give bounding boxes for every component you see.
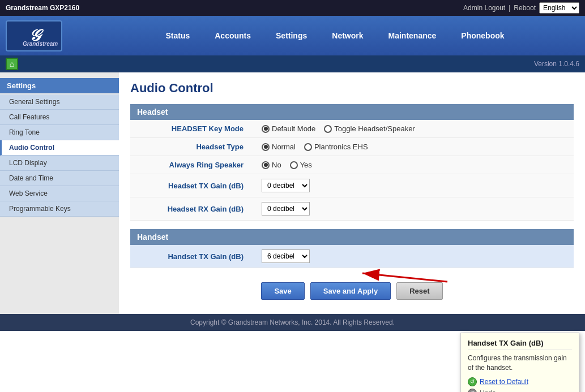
table-row: Headset RX Gain (dB) 0 decibel3 decibel6…: [130, 197, 574, 221]
headset-rx-select[interactable]: 0 decibel3 decibel6 decibel-3 decibel-6 …: [262, 202, 310, 216]
sub-bar: ⌂ Version 1.0.4.6: [0, 55, 585, 72]
headset-plantronics-label: Plantronics EHS: [314, 143, 368, 151]
sidebar-item-lcd-display[interactable]: LCD Display: [0, 156, 119, 171]
reboot-link[interactable]: Reboot: [514, 4, 536, 12]
nav-settings[interactable]: Settings: [275, 29, 308, 42]
sidebar-item-call-features[interactable]: Call Features: [0, 110, 119, 125]
nav-bar: 𝒢 Grandstream Status Accounts Settings N…: [0, 16, 585, 55]
tooltip-title: Handset TX Gain (dB): [468, 339, 572, 350]
logo-text: Grandstream: [23, 41, 58, 47]
undo-action[interactable]: ↶ Undo: [468, 389, 572, 392]
tooltip: Handset TX Gain (dB) Configures the tran…: [460, 333, 579, 392]
ring-yes-option[interactable]: Yes: [290, 161, 312, 169]
ring-no-radio[interactable]: [262, 161, 270, 169]
top-bar: Grandstream GXP2160 Admin Logout | Reboo…: [0, 0, 585, 16]
headset-plantronics-option[interactable]: Plantronics EHS: [304, 143, 368, 151]
headset-type-label: Headset Type: [130, 138, 255, 156]
logo: 𝒢 Grandstream: [6, 20, 74, 51]
sidebar-item-general-settings[interactable]: General Settings: [0, 94, 119, 110]
table-row: Handset TX Gain (dB) 0 decibel3 decibel6…: [130, 245, 574, 268]
footer: Copyright © Grandstream Networks, Inc. 2…: [0, 314, 585, 331]
headset-section-header: Headset: [130, 104, 574, 120]
headset-tx-value: 0 decibel3 decibel6 decibel-3 decibel-6 …: [255, 174, 574, 197]
always-ring-group: No Yes: [262, 161, 567, 169]
footer-text: Copyright © Grandstream Networks, Inc. 2…: [190, 318, 395, 326]
language-select[interactable]: EnglishFrenchSpanishGermanChinese: [539, 2, 579, 14]
admin-logout-link[interactable]: Admin Logout: [463, 4, 505, 12]
content-area: Audio Control Headset HEADSET Key Mode D…: [119, 72, 585, 314]
ring-no-label: No: [272, 161, 281, 169]
logo-box: 𝒢 Grandstream: [6, 20, 62, 51]
headset-form-table: HEADSET Key Mode Default Mode Toggle Hea…: [130, 120, 574, 221]
headset-default-mode-label: Default Mode: [272, 124, 315, 133]
headset-toggle-label: Toggle Headset/Speaker: [334, 124, 415, 133]
table-row: Headset Type Normal Plantronics EHS: [130, 138, 574, 156]
reset-to-default-action[interactable]: ↺ Reset to Default: [468, 377, 572, 386]
version-label: Version 1.0.4.6: [534, 60, 579, 68]
handset-form-table: Handset TX Gain (dB) 0 decibel3 decibel6…: [130, 245, 574, 268]
headset-normal-option[interactable]: Normal: [262, 143, 296, 151]
always-ring-value: No Yes: [255, 156, 574, 174]
headset-rx-label: Headset RX Gain (dB): [130, 197, 255, 221]
table-row: Always Ring Speaker No Yes: [130, 156, 574, 174]
nav-network[interactable]: Network: [331, 29, 364, 42]
handset-tx-select[interactable]: 0 decibel3 decibel6 decibel-3 decibel-6 …: [262, 249, 310, 263]
headset-tx-label: Headset TX Gain (dB): [130, 174, 255, 197]
nav-accounts[interactable]: Accounts: [213, 29, 252, 42]
sidebar-item-date-time[interactable]: Date and Time: [0, 171, 119, 186]
nav-maintenance[interactable]: Maintenance: [387, 29, 438, 42]
nav-status[interactable]: Status: [164, 29, 191, 42]
device-title: Grandstream GXP2160: [6, 4, 79, 12]
always-ring-label: Always Ring Speaker: [130, 156, 255, 174]
headset-key-mode-value: Default Mode Toggle Headset/Speaker: [255, 120, 574, 138]
button-row: Save Save and Apply Reset: [130, 277, 574, 305]
sidebar-item-audio-control[interactable]: Audio Control: [0, 140, 119, 156]
reset-default-icon: ↺: [468, 377, 477, 386]
headset-toggle-option[interactable]: Toggle Headset/Speaker: [324, 124, 415, 133]
undo-icon: ↶: [468, 389, 477, 392]
reset-to-default-link[interactable]: Reset to Default: [480, 378, 528, 386]
ring-yes-label: Yes: [300, 161, 312, 169]
sidebar: Settings General Settings Call Features …: [0, 72, 119, 314]
save-apply-button[interactable]: Save and Apply: [310, 282, 391, 300]
headset-normal-label: Normal: [272, 143, 296, 151]
undo-label[interactable]: Undo: [480, 389, 496, 392]
headset-default-mode-option[interactable]: Default Mode: [262, 124, 315, 133]
ring-no-option[interactable]: No: [262, 161, 281, 169]
page-title: Audio Control: [130, 81, 574, 96]
table-row: Headset TX Gain (dB) 0 decibel3 decibel6…: [130, 174, 574, 197]
handset-tx-label: Handset TX Gain (dB): [130, 245, 255, 268]
save-button[interactable]: Save: [261, 282, 304, 300]
headset-tx-select[interactable]: 0 decibel3 decibel6 decibel-3 decibel-6 …: [262, 179, 310, 192]
headset-type-value: Normal Plantronics EHS: [255, 138, 574, 156]
headset-default-mode-radio[interactable]: [262, 125, 270, 133]
sidebar-section-title: Settings: [0, 78, 119, 93]
top-bar-right: Admin Logout | Reboot EnglishFrenchSpani…: [463, 2, 579, 14]
headset-key-mode-label: HEADSET Key Mode: [130, 120, 255, 138]
headset-rx-value: 0 decibel3 decibel6 decibel-3 decibel-6 …: [255, 197, 574, 221]
handset-section-header: Handset: [130, 229, 574, 245]
nav-links: Status Accounts Settings Network Mainten…: [91, 29, 579, 42]
ring-yes-radio[interactable]: [290, 161, 298, 169]
home-icon[interactable]: ⌂: [6, 58, 18, 70]
sidebar-item-web-service[interactable]: Web Service: [0, 186, 119, 201]
table-row: HEADSET Key Mode Default Mode Toggle Hea…: [130, 120, 574, 138]
headset-normal-radio[interactable]: [262, 143, 270, 151]
tooltip-description: Configures the transmission gain of the …: [468, 354, 572, 373]
headset-toggle-radio[interactable]: [324, 125, 332, 133]
handset-tx-value: 0 decibel3 decibel6 decibel-3 decibel-6 …: [255, 245, 460, 268]
reset-button[interactable]: Reset: [396, 282, 442, 300]
headset-plantronics-radio[interactable]: [304, 143, 312, 151]
sidebar-item-ring-tone[interactable]: Ring Tone: [0, 125, 119, 140]
nav-phonebook[interactable]: Phonebook: [460, 29, 505, 42]
headset-key-mode-group: Default Mode Toggle Headset/Speaker: [262, 124, 567, 133]
sidebar-item-prog-keys[interactable]: Programmable Keys: [0, 201, 119, 217]
headset-type-group: Normal Plantronics EHS: [262, 143, 567, 151]
